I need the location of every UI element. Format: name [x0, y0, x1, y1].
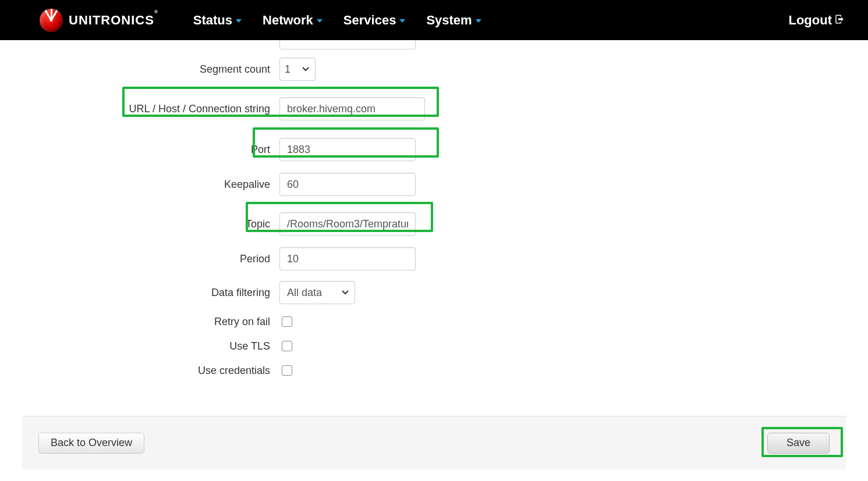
use-credentials-label: Use credentials [0, 365, 279, 377]
nav-network[interactable]: Network [263, 13, 323, 28]
save-button[interactable]: Save [767, 433, 830, 454]
form-row-keepalive: Keepalive [0, 173, 868, 196]
port-input[interactable] [279, 138, 416, 161]
form-row-period: Period [0, 247, 868, 270]
nav-network-label: Network [263, 13, 313, 28]
nav-services[interactable]: Services [343, 13, 406, 28]
chevron-down-icon [236, 19, 242, 23]
period-input[interactable] [279, 247, 416, 270]
form-row-data-filtering: Data filtering All data [0, 281, 868, 304]
keepalive-input[interactable] [279, 173, 416, 196]
form-row-cutoff [0, 40, 868, 49]
nav-system-label: System [426, 13, 472, 28]
topic-input[interactable] [279, 212, 416, 236]
use-credentials-checkbox[interactable] [282, 365, 292, 376]
settings-form: Segment count 1 URL / Host / Connection … [0, 40, 868, 377]
data-filtering-label: Data filtering [0, 287, 279, 299]
nav-status[interactable]: Status [193, 13, 242, 28]
port-label: Port [0, 144, 279, 156]
nav-system[interactable]: System [426, 13, 481, 28]
keepalive-label: Keepalive [0, 179, 279, 191]
chevron-down-icon [317, 19, 323, 23]
segment-count-select[interactable]: 1 [279, 58, 316, 81]
logout-icon [834, 13, 845, 28]
topic-label: Topic [0, 218, 279, 230]
form-row-use-credentials: Use credentials [0, 364, 868, 377]
use-tls-label: Use TLS [0, 340, 279, 352]
form-row-topic: Topic [0, 206, 868, 241]
back-to-overview-button[interactable]: Back to Overview [38, 433, 144, 454]
nav-services-label: Services [343, 13, 396, 28]
top-navbar: UNITRONICS® Status Network Services Syst… [0, 0, 868, 40]
form-row-retry-on-fail: Retry on fail [0, 315, 868, 329]
url-host-input[interactable] [279, 97, 425, 120]
unknown-field-cutoff[interactable] [279, 40, 416, 49]
period-label: Period [0, 253, 279, 265]
brand-logo[interactable]: UNITRONICS® [40, 9, 158, 32]
nav-status-label: Status [193, 13, 232, 28]
retry-on-fail-checkbox[interactable] [282, 316, 292, 327]
form-row-use-tls: Use TLS [0, 339, 868, 353]
form-row-segment-count: Segment count 1 [0, 58, 868, 81]
url-host-label: URL / Host / Connection string [0, 103, 279, 115]
brand-name: UNITRONICS® [69, 13, 158, 28]
footer-bar: Back to Overview Save [22, 416, 846, 469]
form-row-url-host: URL / Host / Connection string [0, 91, 868, 126]
chevron-down-icon [399, 19, 405, 23]
form-row-port: Port [0, 132, 868, 167]
use-tls-checkbox[interactable] [282, 341, 292, 351]
data-filtering-select[interactable]: All data [279, 281, 355, 304]
segment-count-label: Segment count [0, 63, 279, 76]
retry-on-fail-label: Retry on fail [0, 316, 279, 328]
brand-logo-icon [40, 9, 63, 32]
nav-menu: Status Network Services System [193, 13, 481, 28]
logout-button[interactable]: Logout [788, 13, 845, 28]
logout-label: Logout [788, 13, 832, 28]
chevron-down-icon [476, 19, 481, 23]
